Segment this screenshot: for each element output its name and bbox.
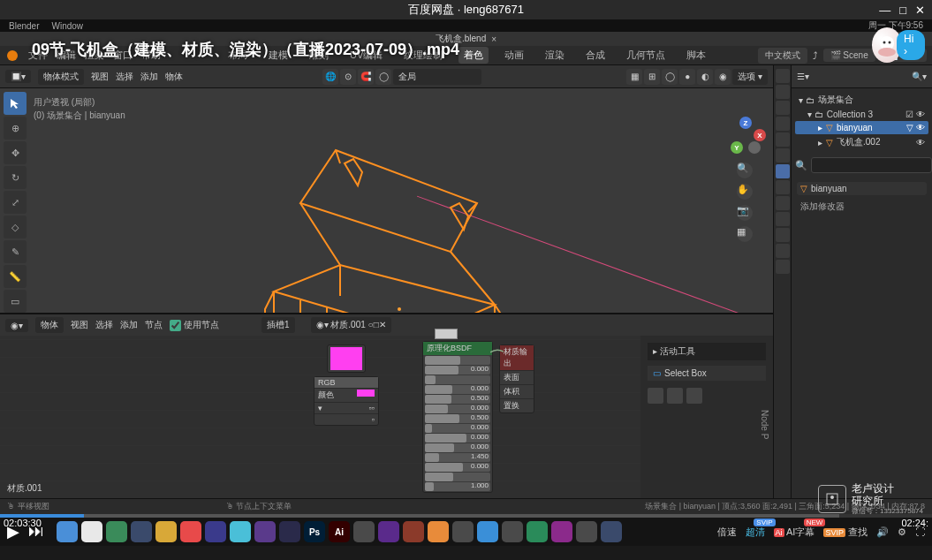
assistant-avatar[interactable]: Hi › — [872, 25, 925, 64]
scene-field[interactable]: 🎬 Scene — [823, 49, 875, 62]
editor-type-dropdown[interactable]: 🔲▾ — [5, 70, 31, 83]
dock-app-16[interactable] — [452, 521, 474, 542]
quality-button[interactable]: SVIP超清 — [746, 526, 765, 539]
tab-modifier-props[interactable] — [776, 164, 790, 178]
principled-高光染色[interactable]: 0.000 — [425, 405, 490, 413]
tool-annotate[interactable]: ✎ — [4, 240, 27, 263]
select-box-tool[interactable]: ▭Select Box — [648, 366, 766, 381]
tab-object-props[interactable] — [776, 148, 790, 163]
principled-次表面半径[interactable] — [425, 375, 490, 384]
vp-menu-object[interactable]: 物体 — [165, 71, 183, 83]
dock-app-14[interactable] — [403, 521, 424, 542]
node-canvas[interactable]: RGB 颜色 ▾▫▫ ▫ 原理化BSDF 0.0000.0000.5000.00… — [0, 336, 640, 498]
tool-icon-1[interactable] — [648, 388, 663, 404]
menu-blender[interactable]: Blender — [9, 21, 39, 31]
tab-constraint-props[interactable] — [776, 212, 790, 226]
subtitle-button[interactable]: Ai AI字幕NEW — [774, 526, 815, 539]
tab-world-props[interactable] — [776, 132, 790, 147]
pan-gizmo[interactable]: ✋ — [737, 184, 753, 200]
principled-自发光[interactable] — [425, 473, 490, 481]
shading-wireframe[interactable]: ◯ — [662, 69, 678, 85]
maximize-button[interactable]: □ — [899, 4, 906, 17]
zoom-gizmo[interactable]: 🔍 — [737, 163, 753, 178]
dock-app-12[interactable] — [353, 521, 375, 542]
tab-particle-props[interactable] — [776, 180, 790, 194]
tab-render-props[interactable] — [776, 69, 790, 83]
dock-app-7[interactable] — [230, 521, 251, 542]
vp-menu-view[interactable]: 视图 — [91, 71, 109, 83]
outliner-bianyuan[interactable]: ▸ ▽ bianyuan▽ 👁 — [795, 121, 928, 134]
shading-solid[interactable]: ● — [679, 69, 695, 85]
principled-粗糙度[interactable]: 0.500 — [425, 414, 490, 423]
dock-app-4[interactable] — [155, 521, 177, 542]
snap-toggle[interactable]: 🧲 — [358, 69, 374, 85]
search-input[interactable] — [811, 157, 932, 173]
overlay-toggle[interactable]: ▦ — [626, 69, 642, 85]
dock-app-13[interactable] — [378, 521, 399, 542]
node-menu-node[interactable]: 节点 — [145, 319, 163, 331]
dock-app-11[interactable]: Ai — [329, 521, 350, 542]
dock-app-9[interactable] — [279, 521, 300, 542]
tool-select[interactable] — [4, 92, 27, 115]
tool-rotate[interactable]: ↻ — [4, 166, 27, 189]
slot-dropdown[interactable]: 插槽1 — [261, 317, 295, 333]
node-editor-type[interactable]: ◉▾ — [5, 319, 28, 332]
node-material-output[interactable]: 材质输出 表面 体积 置换 — [499, 344, 534, 413]
file-close-icon[interactable]: × — [491, 34, 496, 44]
menu-window[interactable]: Window — [51, 21, 83, 31]
camera-gizmo[interactable]: 📷 — [737, 205, 753, 221]
tab-anim[interactable]: 动画 — [499, 47, 529, 64]
material-dropdown[interactable]: ◉▾ 材质.001 ○□✕ — [311, 317, 391, 333]
tool-cursor[interactable]: ⊕ — [4, 117, 27, 140]
minimize-button[interactable]: — — [879, 4, 890, 17]
dock-app-3[interactable] — [131, 521, 152, 542]
dock-app-1[interactable] — [81, 521, 102, 542]
use-nodes-checkbox[interactable]: 使用节点 — [170, 319, 219, 331]
dock-app-0[interactable] — [57, 521, 78, 542]
persp-gizmo[interactable]: ▦ — [737, 226, 753, 242]
principled-透射[interactable]: 0.000 — [425, 463, 490, 472]
tool-scale[interactable]: ⤢ — [4, 191, 27, 214]
principled-次表面[interactable]: 0.000 — [425, 366, 490, 375]
tab-shading[interactable]: 着色 — [458, 47, 489, 64]
dock-app-15[interactable] — [428, 521, 449, 542]
principled-清漆[interactable]: 0.000 — [425, 443, 490, 452]
tab-comp[interactable]: 合成 — [580, 47, 610, 64]
shading-rendered[interactable]: ◉ — [715, 69, 731, 85]
node-menu-add[interactable]: 添加 — [120, 319, 138, 331]
find-button[interactable]: SVIP 查找 — [823, 526, 868, 539]
orientation-dropdown[interactable]: 🌐 — [322, 69, 338, 85]
node-mode[interactable]: 物体 — [35, 317, 64, 333]
dock-app-10[interactable]: Ps — [304, 521, 325, 542]
dock-app-19[interactable] — [527, 521, 548, 542]
tool-icon-2[interactable] — [667, 388, 683, 404]
volume-button[interactable]: 🔊 — [876, 526, 889, 538]
principled-各向异性[interactable]: 0.000 — [425, 424, 490, 433]
propedit-toggle[interactable]: ◯ — [375, 69, 391, 85]
dock-app-21[interactable] — [576, 521, 597, 542]
principled-IOR[interactable]: 1.450 — [425, 453, 490, 462]
dock-app-20[interactable] — [551, 521, 572, 542]
dock-app-22[interactable] — [601, 521, 622, 542]
global-dropdown[interactable]: 全局 — [393, 69, 481, 85]
tab-geo[interactable]: 几何节点 — [621, 47, 671, 64]
active-object-label[interactable]: ▽bianyuan — [797, 182, 927, 195]
viewport-3d[interactable]: 用户透视 (局部) (0) 场景集合 | bianyuan ⊕ ✥ ↻ ⤢ ◇ … — [0, 88, 773, 313]
tab-script[interactable]: 脚本 — [681, 47, 711, 64]
node-menu-view[interactable]: 视图 — [71, 319, 88, 331]
video-progress-bar[interactable] — [0, 514, 932, 518]
principled-基础色[interactable] — [425, 356, 490, 365]
add-modifier-dropdown[interactable]: 添加修改器 — [797, 195, 927, 218]
dock-app-17[interactable] — [477, 521, 498, 542]
shading-material[interactable]: ◐ — [697, 69, 713, 85]
dock-app-2[interactable] — [106, 521, 127, 542]
nav-gizmo[interactable]: X Y Z — [724, 115, 766, 157]
node-sidebar-tab[interactable]: Node P — [756, 406, 773, 443]
dock-app-6[interactable] — [205, 521, 226, 542]
tab-data-props[interactable] — [776, 228, 790, 242]
pivot-dropdown[interactable]: ⊙ — [340, 69, 356, 85]
node-principled-bsdf[interactable]: 原理化BSDF 0.0000.0000.5000.0000.5000.0000.… — [422, 341, 493, 493]
xray-toggle[interactable]: ⊞ — [644, 69, 660, 85]
node-preview[interactable] — [327, 344, 366, 373]
tool-transform[interactable]: ◇ — [4, 216, 27, 238]
